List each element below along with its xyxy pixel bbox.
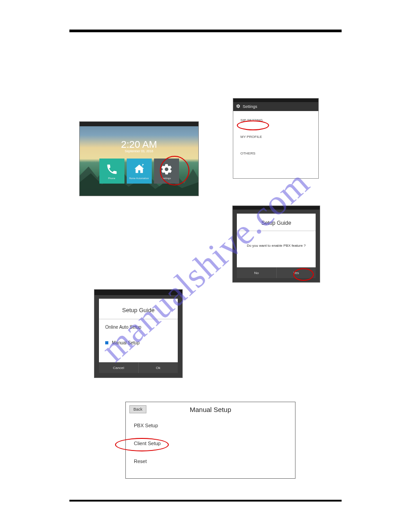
dialog-body: Do you want to enable PBX feature ? — [237, 231, 316, 248]
gear-icon — [160, 163, 173, 176]
gear-icon — [236, 104, 240, 109]
status-bar — [94, 290, 182, 295]
dialog-panel: Setup Guide Do you want to enable PBX fe… — [237, 214, 316, 278]
radio-selected-icon — [105, 341, 108, 344]
yes-button[interactable]: Yes — [277, 267, 316, 278]
status-bar — [233, 206, 320, 210]
option-label: Manual Setup — [112, 340, 140, 345]
clock-time: 2:20 AM — [80, 139, 198, 150]
home-tiles: Phone Home Automation Settings — [99, 159, 179, 184]
phone-icon — [106, 163, 118, 176]
settings-item-others[interactable]: OTHERS — [233, 144, 318, 161]
dialog-title: Setup Guide — [99, 299, 178, 319]
page-top-rule — [69, 30, 342, 32]
tile-settings[interactable]: Settings — [154, 159, 179, 184]
manual-setup-header: Back Manual Setup — [126, 402, 295, 416]
manual-setup-title: Manual Setup — [190, 406, 231, 413]
manual-item-reset[interactable]: Reset — [126, 452, 295, 470]
option-online-auto[interactable]: Online Auto Setup — [99, 319, 178, 335]
home-icon — [133, 163, 146, 176]
settings-header-title: Settings — [243, 104, 257, 109]
status-bar — [80, 122, 198, 126]
manual-item-pbx[interactable]: PBX Setup — [126, 416, 295, 434]
dialog-title: Setup Guide — [237, 214, 316, 231]
screenshot-setup-options: Setup Guide Online Auto Setup Manual Set… — [94, 289, 183, 378]
settings-item-profile[interactable]: MY PROFILE — [233, 128, 318, 144]
back-button[interactable]: Back — [129, 405, 146, 413]
screenshot-home: 2:20 AM September 03, 2016 Phone Home Au… — [79, 121, 199, 196]
tile-home-label: Home Automation — [127, 177, 152, 180]
manual-item-client[interactable]: Client Setup — [126, 434, 295, 452]
settings-header: Settings — [233, 102, 318, 111]
page-bottom-rule — [69, 500, 342, 502]
tile-settings-label: Settings — [154, 177, 179, 180]
no-button[interactable]: No — [237, 267, 277, 278]
screenshot-enable-pbx: Setup Guide Do you want to enable PBX fe… — [232, 206, 320, 283]
option-manual-setup[interactable]: Manual Setup — [99, 335, 178, 351]
option-label: Online Auto Setup — [105, 325, 141, 330]
tile-phone[interactable]: Phone — [99, 159, 124, 184]
tile-home-automation[interactable]: Home Automation — [127, 159, 152, 184]
dialog-panel: Setup Guide Online Auto Setup Manual Set… — [99, 299, 178, 373]
ok-button[interactable]: Ok — [139, 362, 178, 373]
screenshot-manual-setup: Back Manual Setup PBX Setup Client Setup… — [125, 402, 295, 479]
settings-item-sip[interactable]: SIP SETTING — [233, 111, 318, 128]
cancel-button[interactable]: Cancel — [99, 362, 139, 373]
screenshot-settings: Settings SIP SETTING MY PROFILE OTHERS — [233, 98, 319, 179]
status-bar — [233, 99, 318, 102]
clock-date: September 03, 2016 — [80, 150, 198, 153]
tile-phone-label: Phone — [99, 177, 124, 180]
